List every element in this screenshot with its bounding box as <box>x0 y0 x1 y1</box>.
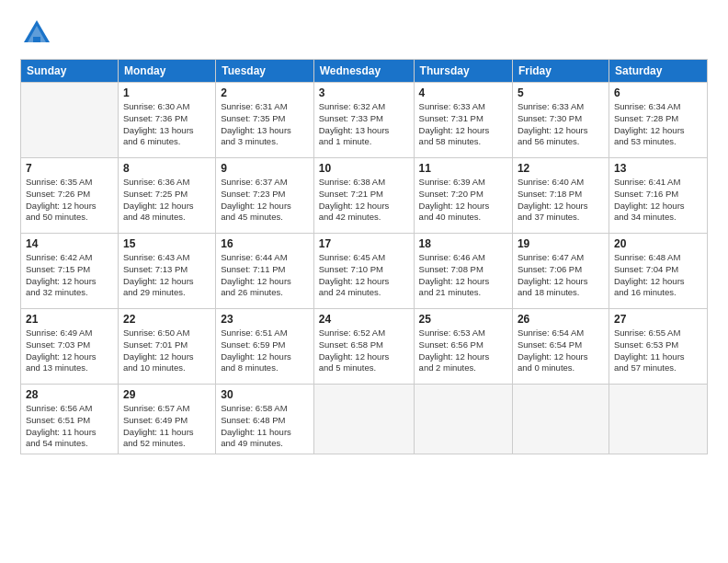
week-row-5: 28Sunrise: 6:56 AM Sunset: 6:51 PM Dayli… <box>21 385 708 454</box>
day-info: Sunrise: 6:46 AM Sunset: 7:08 PM Dayligh… <box>419 252 507 299</box>
day-number: 2 <box>221 86 309 99</box>
calendar-cell <box>414 385 512 454</box>
calendar-cell: 19Sunrise: 6:47 AM Sunset: 7:06 PM Dayli… <box>512 234 609 309</box>
day-number: 26 <box>518 313 604 326</box>
day-info: Sunrise: 6:57 AM Sunset: 6:49 PM Dayligh… <box>123 403 210 450</box>
day-info: Sunrise: 6:44 AM Sunset: 7:11 PM Dayligh… <box>221 252 309 299</box>
calendar-table: SundayMondayTuesdayWednesdayThursdayFrid… <box>20 59 708 454</box>
calendar-cell: 3Sunrise: 6:32 AM Sunset: 7:33 PM Daylig… <box>313 83 414 158</box>
day-info: Sunrise: 6:31 AM Sunset: 7:35 PM Dayligh… <box>221 101 309 148</box>
calendar-cell: 1Sunrise: 6:30 AM Sunset: 7:36 PM Daylig… <box>118 83 215 158</box>
day-info: Sunrise: 6:39 AM Sunset: 7:20 PM Dayligh… <box>419 177 507 224</box>
page: SundayMondayTuesdayWednesdayThursdayFrid… <box>0 0 728 563</box>
day-number: 15 <box>123 237 210 250</box>
calendar-cell <box>512 385 609 454</box>
day-number: 19 <box>518 237 604 250</box>
week-row-3: 14Sunrise: 6:42 AM Sunset: 7:15 PM Dayli… <box>21 234 708 309</box>
day-number: 25 <box>419 313 507 326</box>
day-info: Sunrise: 6:49 AM Sunset: 7:03 PM Dayligh… <box>26 327 113 374</box>
day-info: Sunrise: 6:45 AM Sunset: 7:10 PM Dayligh… <box>319 252 409 299</box>
weekday-header-saturday: Saturday <box>609 60 707 83</box>
day-info: Sunrise: 6:33 AM Sunset: 7:30 PM Dayligh… <box>518 101 604 148</box>
logo <box>20 17 57 50</box>
day-number: 12 <box>518 162 604 175</box>
calendar-cell: 11Sunrise: 6:39 AM Sunset: 7:20 PM Dayli… <box>414 158 512 234</box>
day-number: 18 <box>419 237 507 250</box>
day-number: 6 <box>614 86 702 99</box>
week-row-4: 21Sunrise: 6:49 AM Sunset: 7:03 PM Dayli… <box>21 309 708 385</box>
weekday-header-wednesday: Wednesday <box>313 60 414 83</box>
calendar-cell: 4Sunrise: 6:33 AM Sunset: 7:31 PM Daylig… <box>414 83 512 158</box>
day-info: Sunrise: 6:48 AM Sunset: 7:04 PM Dayligh… <box>614 252 702 299</box>
logo-icon <box>20 17 53 50</box>
calendar-cell: 16Sunrise: 6:44 AM Sunset: 7:11 PM Dayli… <box>216 234 314 309</box>
calendar-cell: 28Sunrise: 6:56 AM Sunset: 6:51 PM Dayli… <box>21 385 119 454</box>
calendar-cell: 8Sunrise: 6:36 AM Sunset: 7:25 PM Daylig… <box>118 158 215 234</box>
day-info: Sunrise: 6:56 AM Sunset: 6:51 PM Dayligh… <box>26 403 113 450</box>
day-number: 10 <box>319 162 409 175</box>
day-number: 16 <box>221 237 309 250</box>
day-info: Sunrise: 6:32 AM Sunset: 7:33 PM Dayligh… <box>319 101 409 148</box>
calendar-cell: 29Sunrise: 6:57 AM Sunset: 6:49 PM Dayli… <box>118 385 215 454</box>
day-number: 21 <box>26 313 113 326</box>
day-number: 24 <box>319 313 409 326</box>
calendar-cell <box>21 83 119 158</box>
calendar-cell: 21Sunrise: 6:49 AM Sunset: 7:03 PM Dayli… <box>21 309 119 385</box>
day-info: Sunrise: 6:43 AM Sunset: 7:13 PM Dayligh… <box>123 252 210 299</box>
week-row-2: 7Sunrise: 6:35 AM Sunset: 7:26 PM Daylig… <box>21 158 708 234</box>
day-number: 11 <box>419 162 507 175</box>
day-number: 4 <box>419 86 507 99</box>
calendar-cell <box>313 385 414 454</box>
day-info: Sunrise: 6:34 AM Sunset: 7:28 PM Dayligh… <box>614 101 702 148</box>
day-info: Sunrise: 6:58 AM Sunset: 6:48 PM Dayligh… <box>221 403 309 450</box>
svg-rect-2 <box>33 37 40 42</box>
day-number: 28 <box>26 388 113 401</box>
calendar-cell: 14Sunrise: 6:42 AM Sunset: 7:15 PM Dayli… <box>21 234 119 309</box>
day-number: 3 <box>319 86 409 99</box>
day-number: 30 <box>221 388 309 401</box>
calendar-cell: 6Sunrise: 6:34 AM Sunset: 7:28 PM Daylig… <box>609 83 707 158</box>
header <box>20 17 708 50</box>
weekday-header-sunday: Sunday <box>21 60 119 83</box>
calendar-cell: 25Sunrise: 6:53 AM Sunset: 6:56 PM Dayli… <box>414 309 512 385</box>
day-info: Sunrise: 6:42 AM Sunset: 7:15 PM Dayligh… <box>26 252 113 299</box>
day-info: Sunrise: 6:33 AM Sunset: 7:31 PM Dayligh… <box>419 101 507 148</box>
calendar-cell: 26Sunrise: 6:54 AM Sunset: 6:54 PM Dayli… <box>512 309 609 385</box>
calendar-cell: 9Sunrise: 6:37 AM Sunset: 7:23 PM Daylig… <box>216 158 314 234</box>
day-number: 23 <box>221 313 309 326</box>
calendar-cell: 12Sunrise: 6:40 AM Sunset: 7:18 PM Dayli… <box>512 158 609 234</box>
calendar-cell: 15Sunrise: 6:43 AM Sunset: 7:13 PM Dayli… <box>118 234 215 309</box>
calendar-cell: 30Sunrise: 6:58 AM Sunset: 6:48 PM Dayli… <box>216 385 314 454</box>
day-info: Sunrise: 6:52 AM Sunset: 6:58 PM Dayligh… <box>319 327 409 374</box>
calendar-cell: 24Sunrise: 6:52 AM Sunset: 6:58 PM Dayli… <box>313 309 414 385</box>
day-number: 5 <box>518 86 604 99</box>
day-info: Sunrise: 6:41 AM Sunset: 7:16 PM Dayligh… <box>614 177 702 224</box>
calendar-cell: 20Sunrise: 6:48 AM Sunset: 7:04 PM Dayli… <box>609 234 707 309</box>
day-info: Sunrise: 6:36 AM Sunset: 7:25 PM Dayligh… <box>123 177 210 224</box>
day-number: 22 <box>123 313 210 326</box>
day-info: Sunrise: 6:55 AM Sunset: 6:53 PM Dayligh… <box>614 327 702 374</box>
calendar-cell: 27Sunrise: 6:55 AM Sunset: 6:53 PM Dayli… <box>609 309 707 385</box>
day-number: 14 <box>26 237 113 250</box>
day-number: 29 <box>123 388 210 401</box>
day-number: 1 <box>123 86 210 99</box>
weekday-header-thursday: Thursday <box>414 60 512 83</box>
calendar-cell: 13Sunrise: 6:41 AM Sunset: 7:16 PM Dayli… <box>609 158 707 234</box>
day-info: Sunrise: 6:54 AM Sunset: 6:54 PM Dayligh… <box>518 327 604 374</box>
weekday-header-friday: Friday <box>512 60 609 83</box>
day-info: Sunrise: 6:38 AM Sunset: 7:21 PM Dayligh… <box>319 177 409 224</box>
day-number: 27 <box>614 313 702 326</box>
day-info: Sunrise: 6:37 AM Sunset: 7:23 PM Dayligh… <box>221 177 309 224</box>
calendar-cell: 22Sunrise: 6:50 AM Sunset: 7:01 PM Dayli… <box>118 309 215 385</box>
day-info: Sunrise: 6:30 AM Sunset: 7:36 PM Dayligh… <box>123 101 210 148</box>
weekday-header-monday: Monday <box>118 60 215 83</box>
week-row-1: 1Sunrise: 6:30 AM Sunset: 7:36 PM Daylig… <box>21 83 708 158</box>
day-info: Sunrise: 6:50 AM Sunset: 7:01 PM Dayligh… <box>123 327 210 374</box>
weekday-header-tuesday: Tuesday <box>216 60 314 83</box>
calendar-cell: 10Sunrise: 6:38 AM Sunset: 7:21 PM Dayli… <box>313 158 414 234</box>
calendar-cell: 23Sunrise: 6:51 AM Sunset: 6:59 PM Dayli… <box>216 309 314 385</box>
calendar-cell: 18Sunrise: 6:46 AM Sunset: 7:08 PM Dayli… <box>414 234 512 309</box>
day-info: Sunrise: 6:35 AM Sunset: 7:26 PM Dayligh… <box>26 177 113 224</box>
day-info: Sunrise: 6:40 AM Sunset: 7:18 PM Dayligh… <box>518 177 604 224</box>
calendar-cell: 5Sunrise: 6:33 AM Sunset: 7:30 PM Daylig… <box>512 83 609 158</box>
